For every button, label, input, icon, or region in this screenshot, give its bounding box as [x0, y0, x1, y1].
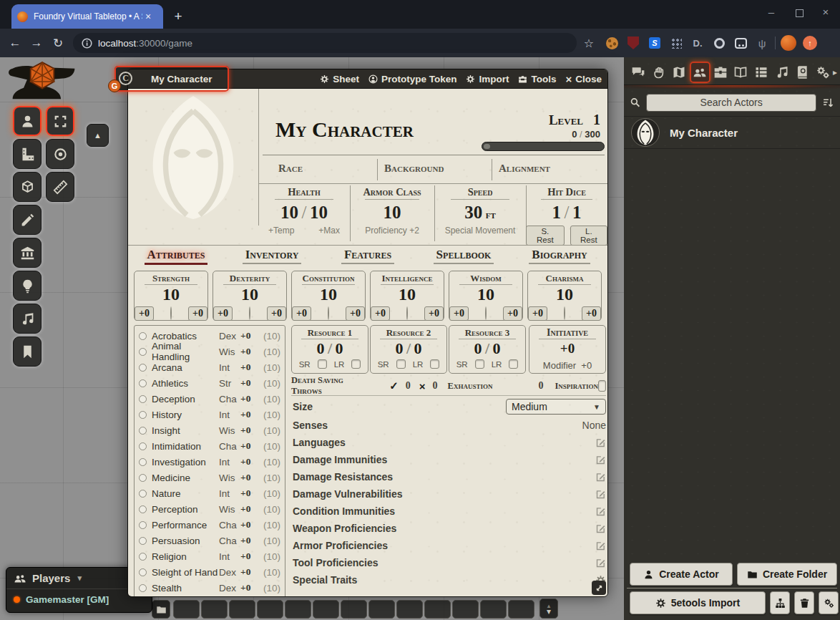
speed-value[interactable]: 30: [464, 203, 482, 222]
wall-controls-button[interactable]: [13, 238, 41, 268]
macro-folder-button[interactable]: [152, 600, 170, 619]
import-button[interactable]: Import: [466, 74, 509, 84]
macro-slot[interactable]: [508, 600, 534, 619]
skill-name[interactable]: Arcana: [152, 362, 219, 373]
macro-slot[interactable]: [396, 600, 423, 619]
back-button[interactable]: ←: [4, 36, 26, 50]
background-field[interactable]: Background: [384, 163, 444, 175]
skill-proficiency-toggle[interactable]: [139, 411, 147, 419]
search-input[interactable]: [646, 94, 816, 112]
ability-score[interactable]: 10: [213, 285, 286, 304]
ability-mod[interactable]: +0: [528, 306, 547, 321]
tab-combat[interactable]: [649, 62, 670, 83]
macro-slot[interactable]: [313, 600, 339, 619]
skill-proficiency-toggle[interactable]: [139, 505, 147, 513]
actor-name[interactable]: My Character: [670, 127, 738, 139]
lr-checkbox[interactable]: [509, 359, 518, 369]
resource-max[interactable]: 0: [493, 339, 501, 357]
exhaustion-value[interactable]: 0: [538, 380, 543, 392]
macro-slot[interactable]: [368, 600, 395, 619]
resource-max[interactable]: 0: [336, 339, 343, 357]
skill-proficiency-toggle[interactable]: [139, 379, 147, 387]
macro-slot[interactable]: [424, 600, 451, 619]
skill-proficiency-toggle[interactable]: [139, 474, 147, 482]
ability-score[interactable]: 10: [371, 285, 444, 304]
skill-proficiency-toggle[interactable]: [139, 427, 147, 435]
skill-name[interactable]: Intimidation: [152, 441, 219, 452]
tab-features[interactable]: Features: [320, 248, 416, 269]
actor-list-item[interactable]: My Character: [624, 116, 840, 149]
skill-proficiency-toggle[interactable]: [139, 490, 147, 498]
macro-slot[interactable]: [257, 600, 283, 619]
skill-name[interactable]: History: [152, 410, 219, 420]
site-info-icon[interactable]: [82, 38, 92, 49]
senses-value[interactable]: None: [582, 420, 606, 431]
hotbar-page-control[interactable]: ▴ ▾: [539, 599, 558, 619]
sidebar-collapse-icon[interactable]: ▸: [833, 67, 837, 77]
target-tool-button[interactable]: [46, 139, 74, 169]
character-portrait[interactable]: [128, 89, 258, 226]
initiative-label[interactable]: Initiative: [547, 327, 588, 339]
address-bar[interactable]: localhost:30000/game: [73, 33, 577, 53]
character-name[interactable]: My Character: [275, 117, 414, 142]
skill-name[interactable]: Deception: [152, 394, 219, 405]
tab-biography[interactable]: Biography: [512, 248, 607, 269]
save-proficiency-toggle[interactable]: [485, 306, 487, 320]
skill-row[interactable]: Sleight of Hand Dex +0 (10): [135, 564, 285, 580]
tab-tables[interactable]: [751, 62, 772, 83]
skill-proficiency-toggle[interactable]: [139, 348, 147, 356]
reload-button[interactable]: ↻: [47, 36, 69, 51]
ability-score[interactable]: 10: [135, 285, 207, 304]
skill-name[interactable]: Insight: [152, 425, 219, 436]
skill-proficiency-toggle[interactable]: [139, 442, 147, 450]
initiative-value[interactable]: +0: [529, 340, 605, 357]
race-field[interactable]: Race: [278, 163, 303, 175]
tab-journal[interactable]: [731, 62, 751, 83]
ability-score[interactable]: 10: [449, 285, 522, 304]
controls-collapse-button[interactable]: ▲: [87, 124, 109, 147]
ability-label[interactable]: Constitution: [303, 273, 355, 284]
edit-icon[interactable]: [595, 541, 606, 551]
hd-max[interactable]: 1: [572, 203, 582, 222]
skill-name[interactable]: Persuasion: [152, 536, 219, 546]
edit-icon[interactable]: [595, 506, 606, 517]
macro-slot[interactable]: [173, 600, 200, 619]
sr-checkbox[interactable]: [396, 359, 406, 369]
hd-current[interactable]: 1: [552, 203, 562, 222]
skill-name[interactable]: Acrobatics: [152, 331, 219, 342]
hotbar-page-down-icon[interactable]: ▾: [547, 609, 551, 614]
skill-row[interactable]: Intimidation Cha +0 (10): [135, 438, 285, 454]
ability-mod[interactable]: +0: [135, 306, 154, 321]
skill-proficiency-toggle[interactable]: [139, 521, 147, 529]
create-actor-button[interactable]: Create Actor: [630, 563, 733, 586]
skill-name[interactable]: Performance: [152, 520, 219, 531]
resource-value[interactable]: 0: [474, 339, 482, 357]
skill-name[interactable]: Nature: [152, 488, 219, 499]
skill-row[interactable]: Insight Wis +0 (10): [135, 422, 285, 438]
drawing-controls-button[interactable]: [13, 205, 41, 235]
resource-label[interactable]: Resource 2: [386, 327, 431, 339]
macro-slot[interactable]: [480, 600, 507, 619]
skill-row[interactable]: Persuasion Cha +0 (10): [135, 533, 285, 548]
level-value[interactable]: 1: [593, 112, 600, 127]
ublock-extension-icon[interactable]: [622, 32, 644, 54]
measure-controls-button[interactable]: [13, 139, 41, 169]
skill-proficiency-toggle[interactable]: [139, 568, 147, 576]
prototype-token-button[interactable]: Prototype Token: [368, 74, 457, 84]
skill-proficiency-toggle[interactable]: [139, 458, 147, 466]
tab-compendium[interactable]: [792, 62, 813, 83]
death-fail-icon[interactable]: ×: [419, 380, 426, 392]
skill-proficiency-toggle[interactable]: [139, 364, 147, 372]
macro-slot[interactable]: [452, 600, 479, 619]
delete-button[interactable]: [794, 591, 814, 614]
tab-spellbook[interactable]: Spellbook: [416, 248, 512, 269]
skill-proficiency-toggle[interactable]: [139, 332, 147, 340]
window-resize-handle[interactable]: [592, 581, 606, 595]
window-titlebar[interactable]: My Character Sheet Prototype Token Impor…: [128, 69, 607, 89]
macro-slot[interactable]: [341, 600, 367, 619]
container-extension-icon[interactable]: [730, 32, 751, 54]
edit-icon[interactable]: [595, 472, 606, 483]
skill-row[interactable]: Stealth Dex +0 (10): [135, 580, 285, 596]
ac-value[interactable]: 10: [350, 203, 434, 223]
actor-avatar[interactable]: [631, 118, 660, 147]
